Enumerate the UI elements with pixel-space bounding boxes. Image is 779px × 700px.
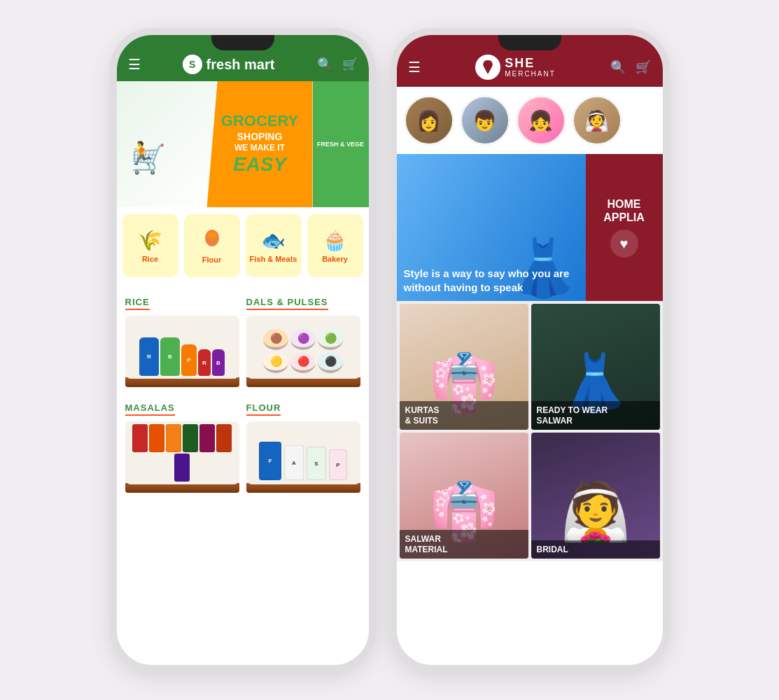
banner-side-text: FRESH & VEGE	[317, 141, 364, 148]
category-flour[interactable]: Flour	[184, 214, 240, 277]
grid-item-material[interactable]: 👘 SALWARMATERIAL	[400, 433, 528, 559]
category-bakery[interactable]: 🧁 Bakery	[307, 214, 363, 277]
fish-icon: 🐟	[261, 229, 286, 252]
shelf-4	[246, 483, 360, 493]
grid-item-bridal[interactable]: 👰 BRIDAL	[531, 433, 660, 559]
sm-header-icons: 🔍 🛒	[610, 59, 651, 75]
phone-notch	[211, 35, 274, 50]
masala-1	[132, 424, 148, 452]
freshmart-banner: GROCERY SHOPING WE MAKE IT EASY FRESH & …	[117, 81, 369, 207]
masalas-flour-row: MASALAS	[125, 401, 360, 493]
banner-line3: WE MAKE IT	[221, 143, 298, 153]
banner-line1: GROCERY	[221, 112, 298, 130]
freshmart-body: GROCERY SHOPING WE MAKE IT EASY FRESH & …	[117, 81, 369, 665]
masala-7	[174, 454, 190, 482]
sm-banner-side: HOME APPLIA ♥	[586, 154, 663, 301]
masalas-title: MASALAS	[125, 402, 175, 416]
dal-4: 🟡	[263, 352, 288, 373]
flour-col: FLOUR F A S P	[246, 401, 360, 493]
sm-cart-icon[interactable]: 🛒	[636, 59, 651, 75]
masalas-product-img[interactable]	[125, 421, 239, 484]
sm-banner-main: 👗 Style is a way to say who you are with…	[397, 154, 586, 301]
sm-banner-side-text: HOME APPLIA	[593, 197, 656, 224]
category-rice[interactable]: 🌾 Rice	[122, 214, 178, 277]
shelf-2	[246, 377, 360, 387]
sm-logo-icon	[475, 55, 500, 80]
category-row: 🌾 Rice Flour 🐟 Fish & Meats 🧁 Bakery	[117, 207, 369, 284]
masalas-col: MASALAS	[125, 401, 239, 493]
flour-4: P	[329, 449, 347, 480]
kurtas-label: KURTAS& SUITS	[400, 401, 528, 430]
category-fish-label: Fish & Meats	[250, 255, 297, 263]
masala-packs	[125, 421, 239, 484]
flour-product-img[interactable]: F A S P	[246, 421, 360, 484]
sm-logo-text: SHE MERCHANT	[505, 57, 556, 78]
bridal-label: BRIDAL	[531, 540, 660, 559]
dal-6: ⚫	[318, 352, 343, 373]
banner-left	[117, 102, 207, 186]
banner-center: GROCERY SHOPING WE MAKE IT EASY	[207, 81, 313, 207]
sm-menu-icon[interactable]: ☰	[408, 59, 421, 76]
banner-text: GROCERY SHOPING WE MAKE IT EASY	[221, 112, 298, 176]
shemerchant-phone: ☰ SHE MERCHANT 🔍 🛒 👩 👦 👧 👰	[397, 35, 663, 665]
avatar-row: 👩 👦 👧 👰	[397, 87, 663, 154]
dal-2: 🟣	[290, 329, 316, 350]
bag-4: R	[198, 349, 211, 376]
sm-search-icon[interactable]: 🔍	[610, 59, 626, 75]
avatar-4[interactable]: 👰	[572, 95, 622, 146]
bag-3: P	[181, 344, 197, 376]
phone-notch-2	[498, 35, 561, 50]
avatar-1[interactable]: 👩	[404, 95, 454, 146]
dals-product-img[interactable]: 🟤 🟣 🟢 🟡 🔴 ⚫	[246, 316, 360, 379]
cart-icon[interactable]: 🛒	[342, 57, 358, 72]
logo-text: fresh mart	[206, 57, 275, 73]
menu-icon[interactable]: ☰	[128, 56, 141, 73]
flour-icon	[202, 228, 222, 253]
salwar-label: READY TO WEARSALWAR	[531, 401, 660, 430]
rice-dals-row: RICE R B P R B DALS & PULSES	[125, 295, 360, 387]
flour-3: S	[307, 447, 326, 480]
flour-title: FLOUR	[246, 402, 281, 416]
dals-bowls: 🟤 🟣 🟢 🟡 🔴 ⚫	[246, 323, 360, 379]
header-icons: 🔍 🛒	[317, 57, 358, 72]
shemerchant-banners: 👗 Style is a way to say who you are with…	[397, 154, 663, 301]
flour-bags: F A S P	[255, 438, 351, 484]
rice-title: RICE	[125, 297, 150, 310]
rice-bags: R B P R B	[136, 335, 227, 379]
avatar-2[interactable]: 👦	[460, 95, 510, 146]
grid-item-kurtas[interactable]: 👘 KURTAS& SUITS	[400, 304, 528, 430]
material-label: SALWARMATERIAL	[400, 530, 528, 559]
category-flour-label: Flour	[202, 255, 222, 264]
shelf-1	[125, 377, 239, 387]
category-bakery-label: Bakery	[322, 255, 348, 263]
masala-5	[199, 424, 215, 452]
masala-6	[216, 424, 232, 452]
rice-icon: 🌾	[138, 229, 162, 252]
rice-col: RICE R B P R B	[125, 295, 239, 387]
dal-5: 🔴	[290, 352, 316, 373]
freshmart-phone: ☰ S fresh mart 🔍 🛒 GROCERY SHOPING WE MA…	[117, 35, 369, 665]
avatar-3[interactable]: 👧	[516, 95, 566, 146]
grid-item-salwar[interactable]: 👗 READY TO WEARSALWAR	[531, 304, 660, 430]
bakery-icon: 🧁	[323, 229, 347, 252]
bag-1: R	[139, 337, 159, 376]
category-rice-label: Rice	[142, 255, 158, 263]
masala-2	[149, 424, 164, 452]
masalas-flour-section: MASALAS	[117, 394, 369, 501]
shemerchant-logo: SHE MERCHANT	[475, 55, 556, 80]
sm-she-text: SHE	[505, 57, 556, 71]
logo-icon: S	[183, 55, 202, 74]
product-grid: 👘 KURTAS& SUITS 👗 READY TO WEARSALWAR 👘 …	[397, 301, 663, 561]
sm-banner-quote: Style is a way to say who you are withou…	[404, 267, 579, 294]
shelf-3	[125, 483, 239, 493]
rice-product-img[interactable]: R B P R B	[125, 316, 239, 379]
masala-3	[166, 424, 181, 452]
bag-5: B	[212, 349, 225, 376]
bag-2: B	[160, 337, 180, 376]
dals-col: DALS & PULSES 🟤 🟣 🟢 🟡 🔴 ⚫	[246, 295, 360, 387]
rice-dals-section: RICE R B P R B DALS & PULSES	[117, 288, 369, 387]
cart-person-figure	[124, 109, 180, 179]
category-fish-meats[interactable]: 🐟 Fish & Meats	[246, 214, 302, 277]
search-icon[interactable]: 🔍	[317, 57, 332, 72]
banner-line2: SHOPING	[221, 131, 298, 143]
